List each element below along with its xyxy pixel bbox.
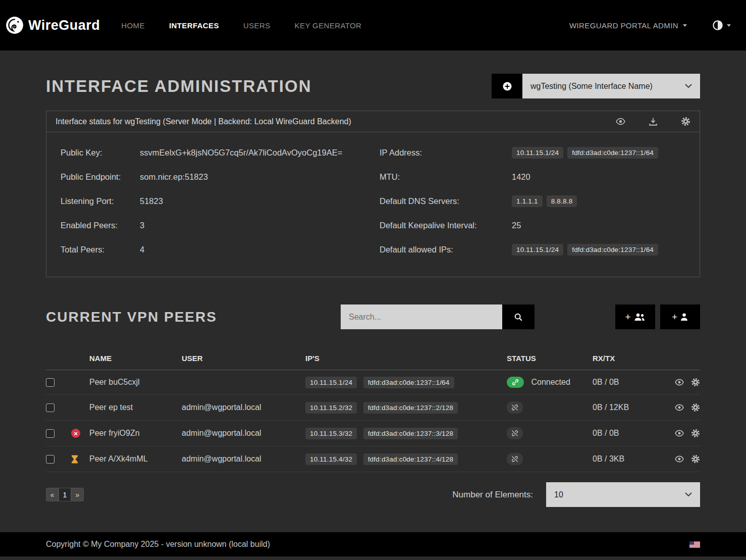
- peer-settings-button[interactable]: [691, 429, 700, 438]
- status-offline-badge: [507, 427, 523, 439]
- peer-row: Peer buC5cxjl 10.11.15.1/24 fdfd:d3ad:c0…: [46, 370, 700, 395]
- interface-settings-button[interactable]: [681, 117, 690, 126]
- eye-icon: [616, 117, 625, 126]
- peer-checkbox[interactable]: [46, 455, 55, 464]
- link-slash-icon: [511, 430, 518, 437]
- page-size-group: Number of Elements: 10: [452, 482, 700, 507]
- interface-fields-right: IP Address: 10.11.15.1/24 fdfd:d3ad:c0de…: [380, 140, 685, 262]
- view-peer-button[interactable]: [675, 429, 684, 438]
- pagination-current-page[interactable]: 1: [59, 488, 71, 501]
- peer-row: × Peer fryiO9Zn admin@wgportal.local 10.…: [46, 421, 700, 446]
- link-icon: [512, 379, 519, 386]
- peer-ip-badge: fdfd:d3ad:c0de:1237::4/128: [363, 453, 458, 465]
- pagination-next-button[interactable]: »: [71, 488, 84, 501]
- link-slash-icon: [511, 455, 518, 463]
- peer-search-input[interactable]: [341, 304, 502, 329]
- user-menu-label: WIREGUARD PORTAL ADMIN: [569, 21, 678, 30]
- search-icon: [514, 313, 523, 322]
- view-peer-button[interactable]: [675, 454, 684, 464]
- peer-user: admin@wgportal.local: [182, 395, 305, 421]
- language-us-flag-icon[interactable]: [689, 541, 700, 548]
- column-user: USER: [182, 346, 305, 370]
- page-title: INTERFACE ADMINISTRATION: [46, 77, 311, 96]
- peer-add-buttons: + +: [615, 304, 700, 329]
- peer-checkbox[interactable]: [46, 378, 55, 387]
- view-config-button[interactable]: [616, 117, 625, 126]
- peer-checkbox[interactable]: [46, 403, 55, 412]
- peer-ip-badge: fdfd:d3ad:c0de:1237::2/128: [363, 402, 458, 414]
- field-value: som.nicr.ep:51823: [140, 172, 208, 182]
- interface-fields-left: Public Key: ssvmEelxG+k8jsNO5G7cq5r/Ak7l…: [61, 140, 366, 262]
- peer-settings-button[interactable]: [691, 378, 700, 387]
- peer-row: Peer A/Xk4mML admin@wgportal.local 10.11…: [46, 446, 700, 472]
- view-peer-button[interactable]: [675, 378, 684, 387]
- peer-rxtx: 0B / 0B: [593, 370, 662, 395]
- table-footer-row: « 1 » Number of Elements: 10: [46, 482, 700, 507]
- nav-item-users[interactable]: USERS: [243, 21, 271, 30]
- chevron-down-icon: [685, 84, 692, 88]
- page-size-label: Number of Elements:: [452, 490, 533, 500]
- peer-user: admin@wgportal.local: [182, 421, 305, 446]
- field-label: IP Address:: [380, 148, 512, 158]
- nav-item-home[interactable]: HOME: [121, 21, 145, 30]
- field-label: Enabled Peers:: [61, 221, 140, 230]
- peer-pending-hourglass-icon: [71, 455, 89, 464]
- wireguard-logo[interactable]: WireGuard: [5, 16, 100, 35]
- status-offline-badge: [507, 401, 523, 414]
- interface-select-value: wgTesting (Some Interface Name): [530, 82, 653, 91]
- chevron-down-icon: [727, 24, 731, 27]
- eye-icon: [675, 378, 684, 387]
- peer-ip-badge: 10.11.15.1/24: [305, 377, 357, 388]
- ip-badge: fdfd:d3ad:c0de:1237::1/64: [567, 147, 658, 159]
- peer-settings-button[interactable]: [691, 403, 700, 412]
- field-public-endpoint: Public Endpoint: som.nicr.ep:51823: [61, 165, 366, 189]
- field-mtu: MTU: 1420: [380, 165, 685, 189]
- download-icon: [649, 117, 658, 126]
- add-peer-button[interactable]: +: [660, 304, 700, 329]
- column-status: STATUS: [507, 346, 593, 370]
- nav-item-key-generator[interactable]: KEY GENERATOR: [295, 21, 362, 30]
- interface-card-title: Interface status for wgTesting (Server M…: [56, 117, 351, 126]
- peer-user: [182, 370, 305, 395]
- pagination-prev-button[interactable]: «: [46, 488, 59, 501]
- nav-item-interfaces[interactable]: INTERFACES: [169, 21, 219, 30]
- peer-ip-badge: fdfd:d3ad:c0de:1237::1/64: [363, 377, 454, 388]
- user-icon: [680, 313, 688, 321]
- theme-half-circle-icon: [712, 20, 723, 31]
- peer-ip-badge: 10.11.15.3/32: [305, 428, 357, 439]
- table-header-row: NAME USER IP'S STATUS RX/TX: [46, 346, 700, 370]
- field-value: 1420: [512, 172, 530, 182]
- user-menu-dropdown[interactable]: WIREGUARD PORTAL ADMIN: [569, 21, 687, 30]
- title-row: INTERFACE ADMINISTRATION wgTesting (Some…: [46, 74, 700, 98]
- top-navbar: WireGuard HOME INTERFACES USERS KEY GENE…: [0, 0, 746, 50]
- peer-settings-button[interactable]: [691, 454, 700, 464]
- peer-rxtx: 0B / 3KB: [593, 446, 662, 472]
- peer-ip-badge: 10.11.15.4/32: [305, 453, 357, 465]
- x-glyph: ×: [74, 430, 78, 437]
- select-all-column: [46, 346, 71, 370]
- field-value: ssvmEelxG+k8jsNO5G7cq5r/Ak7liCodAvOyoCg1…: [140, 148, 342, 158]
- add-multiple-peers-button[interactable]: +: [615, 304, 655, 329]
- field-label: MTU:: [380, 172, 512, 182]
- status-connected-badge: [507, 377, 524, 388]
- field-dns-servers: Default DNS Servers: 1.1.1.1 8.8.8.8: [380, 189, 685, 213]
- field-allowed-ips: Default allowed IPs: 10.11.15.1/24 fdfd:…: [380, 237, 685, 262]
- view-peer-button[interactable]: [675, 403, 684, 412]
- circle-plus-icon: [502, 81, 512, 91]
- page-footer: Copyright © My Company 2025 - version un…: [0, 532, 746, 556]
- interface-select[interactable]: wgTesting (Some Interface Name): [522, 74, 700, 98]
- peer-checkbox[interactable]: [46, 429, 55, 438]
- page-size-select[interactable]: 10: [546, 482, 700, 507]
- field-ip-address: IP Address: 10.11.15.1/24 fdfd:d3ad:c0de…: [380, 140, 685, 165]
- users-group-icon: [633, 313, 646, 321]
- add-interface-button[interactable]: [492, 74, 522, 98]
- field-listening-port: Listening Port: 51823: [61, 189, 366, 213]
- theme-toggle-dropdown[interactable]: [712, 20, 731, 31]
- download-config-button[interactable]: [649, 117, 658, 126]
- peer-ip-badge: 10.11.15.2/32: [305, 402, 357, 414]
- interface-card-actions: [616, 117, 690, 126]
- gear-icon: [681, 117, 690, 126]
- peer-search-button[interactable]: [502, 304, 535, 329]
- field-label: Default DNS Servers:: [380, 196, 512, 206]
- gear-icon: [691, 403, 700, 412]
